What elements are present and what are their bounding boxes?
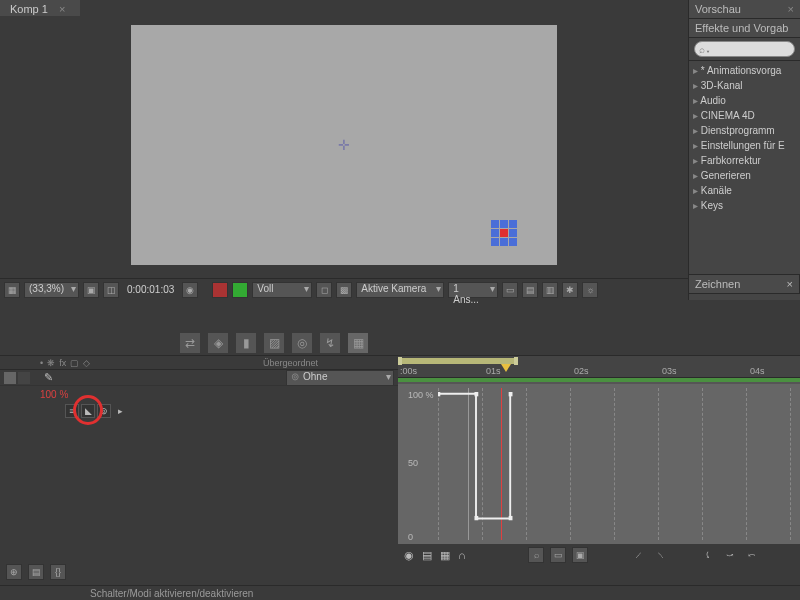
mask-toggle-icon[interactable]: ◫	[103, 282, 119, 298]
views-dropdown[interactable]: 1 Ans...	[448, 282, 498, 298]
show-transform-box-icon[interactable]: ▭	[550, 547, 566, 563]
expression-field-icon[interactable]: ▸	[113, 404, 127, 418]
work-area-bar[interactable]	[400, 358, 516, 364]
parent-dropdown[interactable]: ⊚Ohne	[286, 370, 394, 386]
composition-canvas[interactable]: ✛	[131, 25, 557, 265]
brain-icon[interactable]: ◎	[292, 333, 312, 353]
switch-icon[interactable]: {}	[50, 564, 66, 580]
motion-blur-icon[interactable]: ▨	[264, 333, 284, 353]
zoom-dropdown[interactable]: (33,3%)	[24, 282, 79, 298]
layer-outline: • ❋ fx ▢ ◇ Übergeordnet ✎ ⊚Ohne 100 %	[0, 356, 398, 566]
effects-category[interactable]: Keys	[689, 198, 800, 213]
layer-row[interactable]: ✎ ⊚Ohne	[0, 370, 398, 386]
layer-pen-icon: ✎	[44, 371, 53, 384]
property-value[interactable]: 100 %	[40, 389, 68, 400]
timeline-graph-area: :00s 01s 02s 03s 04s ↖	[398, 356, 800, 566]
preview-panel-tab[interactable]: Vorschau ×	[689, 0, 800, 19]
timeline-panel: ⇄ ◈ ▮ ▨ ◎ ↯ ▦ • ❋ fx ▢ ◇ Übergeordnet	[0, 330, 800, 585]
time-tick: 04s	[750, 366, 765, 376]
current-time-display[interactable]: 0:00:01:03	[123, 284, 178, 295]
3d-column-icon: ◇	[83, 358, 90, 368]
graph-editor[interactable]: 100 % 50 0	[398, 384, 800, 544]
cached-preview-bar	[398, 378, 800, 382]
linear-icon[interactable]: ⟍	[652, 547, 668, 563]
svg-rect-3	[509, 516, 513, 520]
solo-icon[interactable]	[18, 372, 30, 384]
easy-ease-in-icon[interactable]: ⤹	[700, 547, 716, 563]
resolution-dropdown[interactable]: Voll	[252, 282, 312, 298]
draw-panel-tab[interactable]: Zeichnen ×	[688, 274, 800, 294]
fx-column-icon: fx	[59, 358, 66, 368]
channel-r-icon[interactable]	[212, 282, 228, 298]
snapshot-icon[interactable]: ◉	[182, 282, 198, 298]
auto-bezier-icon[interactable]: ⟋	[630, 547, 646, 563]
graph-editor-active-icon[interactable]: ▦	[348, 333, 368, 353]
fast-previews-icon[interactable]: ▤	[522, 282, 538, 298]
effects-category[interactable]: CINEMA 4D	[689, 108, 800, 123]
svg-rect-4	[509, 392, 513, 396]
switch-icon[interactable]: ⊕	[6, 564, 22, 580]
layer-color-swatch[interactable]	[4, 372, 16, 384]
viewer-toolbar: ▦ (33,3%) ▣ ◫ 0:00:01:03 ◉ Voll ◻ ▩ Akti…	[0, 278, 688, 300]
time-tick: :00s	[400, 366, 417, 376]
easy-ease-out-icon[interactable]: ⤺	[744, 547, 760, 563]
composition-tab-label: Komp 1	[10, 3, 48, 15]
close-icon[interactable]: ×	[787, 278, 793, 290]
work-area-start-handle[interactable]	[398, 357, 402, 365]
camera-dropdown[interactable]: Aktive Kamera	[356, 282, 444, 298]
effects-category[interactable]: Einstellungen für E	[689, 138, 800, 153]
effects-category[interactable]: Dienstprogramm	[689, 123, 800, 138]
effects-search-input[interactable]	[694, 41, 795, 57]
draft-3d-icon[interactable]: ◈	[208, 333, 228, 353]
effects-category[interactable]: Farbkorrektur	[689, 153, 800, 168]
effects-category[interactable]: * Animationsvorga	[689, 63, 800, 78]
parent-column-header: Übergeordnet	[263, 358, 398, 368]
expression-toggle-icon[interactable]: ≡	[65, 404, 79, 418]
right-panel-stack: Vorschau × Effekte und Vorgab * Animatio…	[688, 0, 800, 300]
close-icon[interactable]: ×	[788, 3, 794, 15]
comp-mini-flowchart-icon[interactable]: ⇄	[180, 333, 200, 353]
graph-options-icon[interactable]: ▤	[422, 549, 432, 562]
roi-icon[interactable]: ◻	[316, 282, 332, 298]
audio-icon[interactable]: ∩	[458, 549, 466, 561]
graph-y-label: 100 %	[408, 390, 434, 400]
svg-rect-2	[474, 516, 478, 520]
value-graph-curve[interactable]	[438, 392, 514, 522]
graph-editor-set-buttons: ≡ ◣ ⊚ ▸	[0, 402, 398, 420]
show-graph-icon[interactable]: ◣	[81, 404, 95, 418]
current-time-indicator[interactable]	[501, 364, 511, 376]
effects-category[interactable]: Audio	[689, 93, 800, 108]
switch-icon[interactable]: ▤	[28, 564, 44, 580]
effects-category[interactable]: Generieren	[689, 168, 800, 183]
easy-ease-icon[interactable]: ⤻	[722, 547, 738, 563]
pixel-aspect-icon[interactable]: ▭	[502, 282, 518, 298]
effects-tree: * Animationsvorga 3D-Kanal Audio CINEMA …	[689, 61, 800, 215]
snap-icon[interactable]: ▣	[572, 547, 588, 563]
flowchart-icon[interactable]: ✱	[562, 282, 578, 298]
reset-exposure-icon[interactable]: ☼	[582, 282, 598, 298]
choose-graph-type-icon[interactable]: ⌕	[528, 547, 544, 563]
graph-set-icon[interactable]: ▦	[440, 549, 450, 562]
link-icon[interactable]: ⊚	[97, 404, 111, 418]
time-tick: 03s	[662, 366, 677, 376]
graph-y-label: 50	[408, 458, 418, 468]
channel-g-icon[interactable]	[232, 282, 248, 298]
blend-column-icon: ▢	[70, 358, 79, 368]
work-area-end-handle[interactable]	[514, 357, 518, 365]
grid-toggle-icon[interactable]: ▦	[4, 282, 20, 298]
anchor-point-icon: ✛	[338, 137, 350, 153]
close-icon[interactable]: ×	[59, 3, 65, 15]
transparency-grid-icon[interactable]: ▩	[336, 282, 352, 298]
time-ruler[interactable]: :00s 01s 02s 03s 04s	[398, 356, 800, 378]
effects-panel-tab[interactable]: Effekte und Vorgab	[689, 19, 800, 38]
selected-layer-shape[interactable]	[491, 220, 517, 246]
safe-zones-icon[interactable]: ▣	[83, 282, 99, 298]
effects-search-row	[689, 38, 800, 61]
timeline-button-icon[interactable]: ▥	[542, 282, 558, 298]
eye-icon[interactable]: ◉	[404, 549, 414, 562]
effects-category[interactable]: Kanäle	[689, 183, 800, 198]
frame-blend-icon[interactable]: ▮	[236, 333, 256, 353]
property-row[interactable]: 100 %	[0, 386, 398, 402]
graph-editor-toggle-icon[interactable]: ↯	[320, 333, 340, 353]
effects-category[interactable]: 3D-Kanal	[689, 78, 800, 93]
